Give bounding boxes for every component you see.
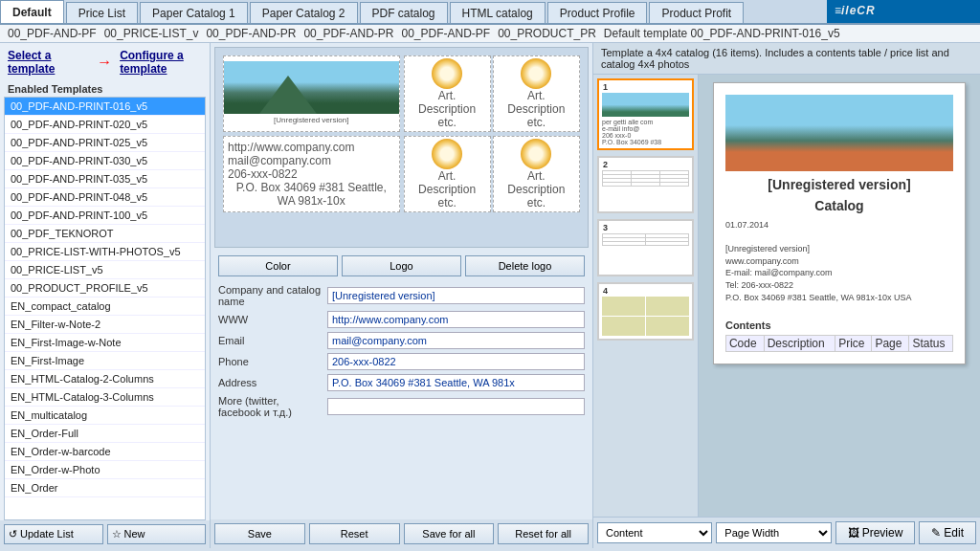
reset-for-all-button[interactable]: Reset for all <box>498 523 589 544</box>
list-item[interactable]: EN_HTML-Catalog-2-Columns <box>5 370 205 388</box>
table-cell: Description <box>764 335 835 351</box>
list-item[interactable]: 00_PRODUCT_PROFILE_v5 <box>5 279 205 298</box>
tab-default[interactable]: Default <box>0 0 64 23</box>
content-select[interactable]: Content <box>597 522 712 543</box>
tab-productprofit[interactable]: Product Profit <box>649 2 744 23</box>
template-list[interactable]: 00_PDF-AND-PRINT-016_v5 00_PDF-AND-PRINT… <box>4 97 206 520</box>
list-item[interactable]: EN_Order-w-Photo <box>5 461 205 479</box>
thumb-cell <box>602 317 645 336</box>
list-item[interactable]: EN_Order-w-barcode <box>5 443 205 461</box>
mountain-shape <box>259 76 317 114</box>
page-thumb-2[interactable]: 2 <box>597 156 694 213</box>
phone-input[interactable] <box>327 353 585 370</box>
middle-buttons: Color Logo Delete logo <box>211 252 592 280</box>
edit-label: Edit <box>944 526 964 540</box>
table-cell: Code <box>725 335 764 351</box>
page-width-select[interactable]: Page Width <box>716 522 831 543</box>
color-button[interactable]: Color <box>218 255 338 276</box>
list-item[interactable]: 00_PDF-AND-PRINT-048_v5 <box>5 188 205 207</box>
address-label: Address <box>218 377 323 388</box>
list-item[interactable]: 00_PDF-AND-PRINT-025_v5 <box>5 134 205 152</box>
breadcrumb-item: 00_PDF-AND-PF <box>401 27 490 40</box>
page-number: 4 <box>603 286 608 296</box>
preview-unregistered-title: [Unregistered version] <box>725 177 953 192</box>
www-input[interactable] <box>327 311 585 328</box>
middle-panel: [Unregistered version] Art.Descriptionet… <box>211 43 593 548</box>
address-input[interactable] <box>327 374 585 391</box>
edit-button[interactable]: ✎ Edit <box>919 521 976 544</box>
list-item[interactable]: 00_PRICE-LIST_v5 <box>5 261 205 279</box>
configure-template-header[interactable]: Configure a template <box>120 45 210 79</box>
list-item[interactable]: EN_Filter-w-Note-2 <box>5 316 205 334</box>
list-item[interactable]: 00_PDF-AND-PRINT-100_v5 <box>5 207 205 225</box>
address-text: mail@company.com <box>228 154 331 167</box>
list-item[interactable]: EN_compact_catalog <box>5 298 205 316</box>
table-cell: Price <box>835 335 872 351</box>
list-item[interactable]: EN_First-Image <box>5 352 205 370</box>
www-label: WWW <box>218 314 323 325</box>
preview-button[interactable]: 🖼 Preview <box>835 521 916 544</box>
thumb-image <box>602 93 689 117</box>
list-item[interactable]: 00_PDF_TEKNOROT <box>5 225 205 243</box>
list-item[interactable]: EN_multicatalog <box>5 407 205 425</box>
breadcrumb-item: 00_PDF-AND-PR <box>303 27 393 40</box>
table-cell: Status <box>909 335 953 351</box>
preview-contents: Contents <box>725 320 953 331</box>
tab-papercatalog1[interactable]: Paper Catalog 1 <box>140 2 248 23</box>
preview-cell-address: http://www.company.com mail@company.com … <box>223 136 400 212</box>
list-item[interactable]: EN_Order <box>5 479 205 497</box>
phone-label: Phone <box>218 356 323 367</box>
thumb-text: per getti alle come-mail info@206 xxx-0P… <box>602 119 689 145</box>
select-template-header[interactable]: Select a template <box>0 45 89 79</box>
address-text: http://www.company.com <box>228 141 355 154</box>
save-button[interactable]: Save <box>214 523 305 544</box>
list-item[interactable]: 00_PDF-AND-PRINT-035_v5 <box>5 170 205 188</box>
preview-right-grid: Art.Descriptionetc. Art.Descriptionetc. <box>404 55 581 132</box>
tab-papercatalog2[interactable]: Paper Catalog 2 <box>250 2 358 23</box>
template-preview-area: [Unregistered version] Art.Descriptionet… <box>214 47 589 248</box>
list-item[interactable]: 00_PRICE-LIST-WITH-PHOTOS_v5 <box>5 243 205 261</box>
tab-pdfcatalog[interactable]: PDF catalog <box>360 2 448 23</box>
thumb-content: per getti alle come-mail info@206 xxx-0P… <box>602 93 689 145</box>
thumb-cell <box>646 297 689 316</box>
breadcrumb-item: 00_PDF-AND-PR <box>206 27 296 40</box>
page-thumb-4[interactable]: 4 <box>597 282 694 341</box>
more-label: More (twitter, facebook и т.д.) <box>218 395 323 418</box>
list-item[interactable]: EN_First-Image-w-Note <box>5 334 205 352</box>
flower-icon <box>432 139 462 169</box>
preview-text: 01.07.2014 [Unregistered version] www.co… <box>725 219 953 316</box>
email-input[interactable] <box>327 332 585 349</box>
preview-table: Code Description Price Page Status <box>725 335 953 352</box>
page-thumb-3[interactable]: 3 <box>597 219 694 276</box>
list-item[interactable]: EN_HTML-Catalog-3-Columns <box>5 388 205 407</box>
delete-logo-button[interactable]: Delete logo <box>465 255 585 276</box>
save-for-all-button[interactable]: Save for all <box>404 523 495 544</box>
list-item[interactable]: 00_PDF-AND-PRINT-020_v5 <box>5 116 205 134</box>
update-list-button[interactable]: ↺ Update List <box>4 524 103 544</box>
enabled-templates-label: Enabled Templates <box>0 81 210 97</box>
unregistered-label: [Unregistered version] <box>272 114 350 126</box>
list-item[interactable]: 00_PDF-AND-PRINT-030_v5 <box>5 152 205 170</box>
preview-cell-flower4: Art.Descriptionetc. <box>493 136 580 212</box>
more-input[interactable] <box>327 398 585 415</box>
preview-page-main: [Unregistered version] Catalog 01.07.201… <box>713 82 966 364</box>
tab-htmlcatalog[interactable]: HTML catalog <box>450 2 546 23</box>
list-item[interactable]: EN_Order-Full <box>5 425 205 443</box>
form-row-phone: Phone <box>218 353 585 370</box>
tab-pricelist[interactable]: Price List <box>66 2 138 23</box>
form-row-more: More (twitter, facebook и т.д.) <box>218 395 585 418</box>
company-input[interactable] <box>327 287 585 304</box>
page-thumb-1[interactable]: 1 per getti alle come-mail info@206 xxx-… <box>597 78 694 150</box>
list-item[interactable]: 00_PDF-AND-PRINT-016_v5 <box>5 98 205 116</box>
address-text: P.O. Box 34069 #381 Seattle, WA 981x-10x <box>228 181 395 208</box>
thumb-content <box>602 297 689 336</box>
thumb-table <box>602 170 689 187</box>
right-panel: Template a 4x4 catalog (16 items). Inclu… <box>593 43 980 548</box>
bottom-buttons: Save Reset Save for all Reset for all <box>211 519 592 548</box>
tab-productprofile[interactable]: Product Profile <box>547 2 648 23</box>
preview-grid: [Unregistered version] Art.Descriptionet… <box>223 55 580 132</box>
reset-button[interactable]: Reset <box>309 523 400 544</box>
logo-button[interactable]: Logo <box>342 255 461 276</box>
flower-icon <box>432 58 462 89</box>
new-button[interactable]: ☆ New <box>107 524 207 544</box>
